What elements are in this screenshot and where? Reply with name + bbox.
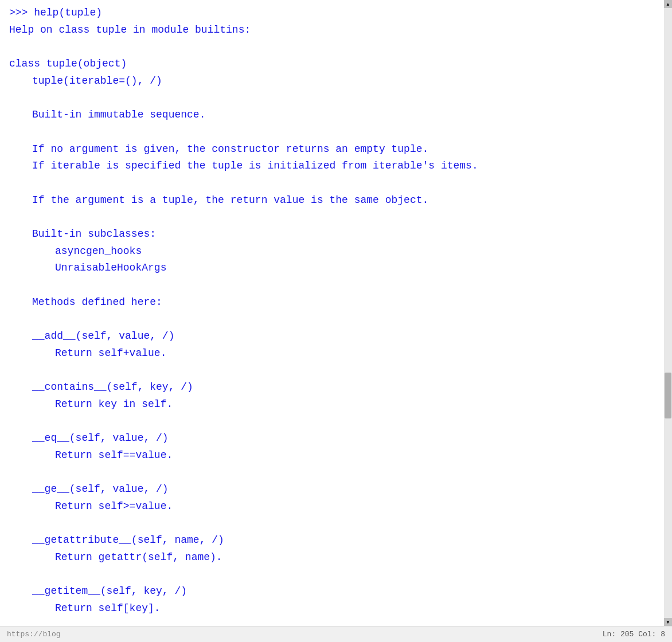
line-10: If iterable is specified the tuple is in… xyxy=(9,158,657,175)
line-20: __add__(self, value, /) xyxy=(9,328,657,345)
line-28 xyxy=(9,464,657,481)
line-13 xyxy=(9,209,657,226)
line-26: __eq__(self, value, /) xyxy=(9,430,657,447)
line-25 xyxy=(9,413,657,430)
left-gutter xyxy=(0,0,5,626)
status-url-hint: https://blog xyxy=(7,630,603,639)
line-30: Return self>=value. xyxy=(9,498,657,515)
line-8 xyxy=(9,124,657,141)
line-5: tuple(iterable=(), /) xyxy=(9,73,657,90)
line-34 xyxy=(9,566,657,584)
line-35: __getitem__(self, key, /) xyxy=(9,583,657,600)
line-16: UnraisableHookArgs xyxy=(9,260,657,277)
scrollbar-thumb[interactable] xyxy=(665,373,671,418)
line-14: Built-in subclasses: xyxy=(9,226,657,243)
line-17 xyxy=(9,277,657,294)
line-36: Return self[key]. xyxy=(9,600,657,617)
content-area: >>> help(tuple) Help on class tuple in m… xyxy=(0,0,672,626)
status-position: Ln: 205 Col: 8 xyxy=(603,630,665,639)
scrollbar-up-arrow[interactable]: ▲ xyxy=(664,0,672,8)
line-3 xyxy=(9,38,657,56)
line-18: Methods defined here: xyxy=(9,294,657,311)
line-12: If the argument is a tuple, the return v… xyxy=(9,192,657,209)
editor-container: >>> help(tuple) Help on class tuple in m… xyxy=(0,0,672,642)
line-1: >>> help(tuple) xyxy=(9,5,657,22)
line-15: asyncgen_hooks xyxy=(9,243,657,260)
line-2: Help on class tuple in module builtins: xyxy=(9,22,657,39)
line-19 xyxy=(9,311,657,328)
scrollbar-down-arrow[interactable]: ▼ xyxy=(664,618,672,626)
line-29: __ge__(self, value, /) xyxy=(9,481,657,498)
status-bar: https://blog Ln: 205 Col: 8 xyxy=(0,626,672,642)
line-27: Return self==value. xyxy=(9,447,657,464)
line-6 xyxy=(9,89,657,107)
line-32: __getattribute__(self, name, /) xyxy=(9,532,657,549)
line-4: class tuple(object) xyxy=(9,56,657,73)
vertical-scrollbar[interactable]: ▲ ▼ xyxy=(664,0,672,626)
code-content[interactable]: >>> help(tuple) Help on class tuple in m… xyxy=(5,0,664,626)
line-23: __contains__(self, key, /) xyxy=(9,379,657,396)
line-33: Return getattr(self, name). xyxy=(9,549,657,566)
line-24: Return key in self. xyxy=(9,396,657,413)
line-22 xyxy=(9,362,657,379)
line-9: If no argument is given, the constructor… xyxy=(9,141,657,158)
line-37 xyxy=(9,617,657,626)
line-21: Return self+value. xyxy=(9,345,657,362)
line-7: Built-in immutable sequence. xyxy=(9,107,657,124)
line-31 xyxy=(9,515,657,533)
line-11 xyxy=(9,175,657,192)
